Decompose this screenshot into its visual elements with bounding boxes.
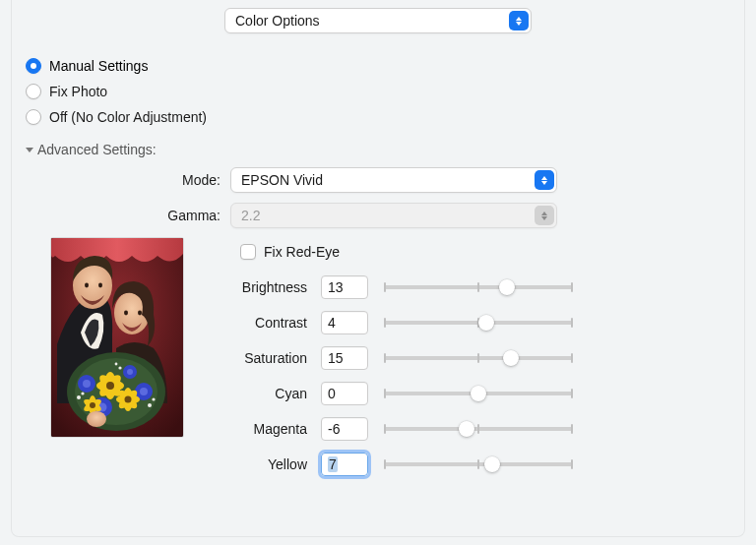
magenta-label: Magenta [197, 421, 311, 437]
slider-thumb[interactable] [459, 421, 474, 437]
yellow-slider[interactable] [378, 453, 579, 476]
radio-icon [26, 109, 41, 125]
radio-label: Off (No Color Adjustment) [49, 109, 207, 125]
svg-point-37 [87, 411, 106, 427]
contrast-row: Contrast 4 [197, 311, 744, 334]
color-mode-radios: Manual Settings Fix Photo Off (No Color … [12, 49, 744, 142]
preview-image [51, 238, 183, 437]
svg-point-28 [106, 382, 114, 390]
yellow-label: Yellow [197, 456, 311, 472]
cyan-input[interactable]: 0 [321, 382, 368, 405]
contrast-label: Contrast [197, 315, 311, 331]
lower-section: Fix Red-Eye Brightness 13 [12, 238, 744, 476]
magenta-value: -6 [328, 421, 340, 437]
gamma-select-value: 2.2 [241, 208, 260, 223]
contrast-value: 4 [328, 315, 336, 331]
chevron-down-icon [26, 148, 33, 152]
brightness-input[interactable]: 13 [321, 275, 368, 299]
svg-point-35 [118, 366, 121, 369]
radio-icon [26, 58, 41, 74]
saturation-value: 15 [328, 350, 344, 366]
slider-thumb[interactable] [503, 350, 519, 366]
mode-label: Mode: [12, 172, 230, 188]
contrast-input[interactable]: 4 [321, 311, 368, 334]
yellow-value: 7 [328, 456, 338, 472]
svg-point-32 [81, 392, 84, 394]
svg-point-16 [127, 369, 133, 375]
brightness-label: Brightness [197, 279, 311, 295]
magenta-row: Magenta -6 [197, 417, 744, 441]
slider-thumb[interactable] [499, 279, 515, 295]
svg-point-33 [148, 403, 152, 407]
yellow-row: Yellow 7 [197, 453, 744, 476]
svg-point-6 [138, 311, 142, 316]
gamma-select: 2.2 [230, 203, 557, 228]
section-select-value: Color Options [235, 13, 320, 29]
advanced-settings-label: Advanced Settings: [37, 142, 157, 157]
saturation-row: Saturation 15 [197, 346, 744, 370]
svg-point-30 [90, 402, 95, 408]
updown-icon [535, 206, 554, 225]
svg-point-36 [115, 363, 118, 366]
checkbox-icon [240, 244, 256, 260]
yellow-input[interactable]: 7 [321, 453, 368, 476]
mode-select-value: EPSON Vivid [241, 172, 323, 188]
brightness-slider[interactable] [378, 275, 579, 299]
saturation-label: Saturation [197, 350, 311, 366]
radio-off-no-adjustment[interactable]: Off (No Color Adjustment) [26, 104, 744, 130]
svg-point-29 [125, 396, 132, 403]
advanced-form: Mode: EPSON Vivid Gamma: 2.2 [12, 167, 744, 228]
slider-thumb[interactable] [478, 315, 494, 331]
updown-icon [535, 170, 554, 190]
radio-label: Manual Settings [49, 58, 148, 74]
svg-point-13 [83, 380, 91, 388]
svg-point-5 [124, 311, 128, 316]
brightness-value: 13 [328, 279, 344, 295]
radio-manual-settings[interactable]: Manual Settings [26, 53, 744, 79]
advanced-settings-disclosure[interactable]: Advanced Settings: [12, 142, 744, 157]
svg-point-31 [77, 395, 81, 399]
sliders-group: Brightness 13 Contrast 4 [197, 275, 744, 476]
cyan-label: Cyan [197, 386, 311, 401]
magenta-input[interactable]: -6 [321, 417, 368, 441]
fix-red-eye-checkbox[interactable]: Fix Red-Eye [240, 238, 744, 266]
slider-thumb[interactable] [484, 456, 500, 472]
mode-select[interactable]: EPSON Vivid [230, 167, 557, 193]
section-select[interactable]: Color Options [224, 8, 532, 33]
gamma-label: Gamma: [12, 208, 230, 223]
radio-label: Fix Photo [49, 84, 107, 99]
fix-red-eye-label: Fix Red-Eye [264, 244, 340, 260]
svg-point-3 [98, 283, 102, 288]
slider-thumb[interactable] [471, 386, 486, 401]
magenta-slider[interactable] [378, 417, 579, 441]
cyan-value: 0 [328, 386, 336, 401]
cyan-row: Cyan 0 [197, 382, 744, 405]
color-options-panel: Color Options Manual Settings Fix Photo … [11, 0, 745, 537]
top-select-row: Color Options [12, 8, 744, 33]
svg-point-34 [152, 397, 155, 400]
cyan-slider[interactable] [378, 382, 579, 405]
saturation-input[interactable]: 15 [321, 346, 368, 370]
updown-icon [509, 11, 529, 30]
svg-point-2 [85, 283, 89, 288]
brightness-row: Brightness 13 [197, 275, 744, 299]
adjustments-column: Fix Red-Eye Brightness 13 [197, 238, 744, 476]
radio-fix-photo[interactable]: Fix Photo [26, 79, 744, 104]
radio-icon [26, 84, 41, 99]
saturation-slider[interactable] [378, 346, 579, 370]
svg-point-15 [140, 388, 148, 395]
contrast-slider[interactable] [378, 311, 579, 334]
